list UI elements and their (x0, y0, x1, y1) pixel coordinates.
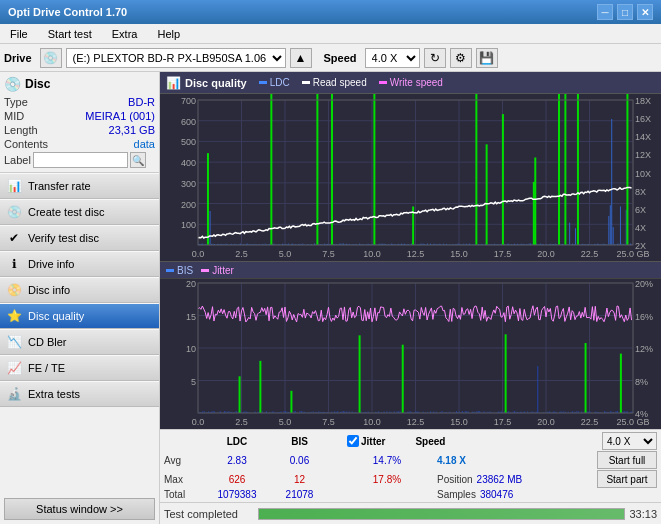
stats-total-samples: 380476 (480, 489, 513, 500)
nav-drive-info[interactable]: ℹ Drive info (0, 251, 159, 277)
cd-bler-icon: 📉 (6, 334, 22, 350)
drive-info-icon: ℹ (6, 256, 22, 272)
start-part-btn[interactable]: Start part (597, 470, 657, 488)
disc-label-row: Label 🔍 (4, 152, 155, 168)
start-full-btn[interactable]: Start full (597, 451, 657, 469)
legend-bis: BIS (166, 265, 193, 276)
disc-label-btn[interactable]: 🔍 (130, 152, 146, 168)
nav-fe-te[interactable]: 📈 FE / TE (0, 355, 159, 381)
eject-btn[interactable]: ▲ (290, 48, 312, 68)
disc-label-input[interactable] (33, 152, 128, 168)
top-chart-container (160, 94, 661, 261)
stats-avg-row: Avg 2.83 0.06 14.7% 4.18 X Start full (164, 451, 657, 469)
nav-disc-quality[interactable]: ⭐ Disc quality (0, 303, 159, 329)
nav-verify-test-disc[interactable]: ✔ Verify test disc (0, 225, 159, 251)
status-window-btn[interactable]: Status window >> (4, 498, 155, 520)
close-btn[interactable]: ✕ (637, 4, 653, 20)
disc-header: 💿 Disc (4, 76, 155, 92)
maximize-btn[interactable]: □ (617, 4, 633, 20)
legend-bis-dot (166, 269, 174, 272)
disc-mid-row: MID MEIRA1 (001) (4, 110, 155, 122)
stats-max-position: 23862 MB (477, 474, 523, 485)
legend-ldc-dot (259, 81, 267, 84)
jitter-checkbox[interactable] (347, 435, 359, 447)
menu-extra[interactable]: Extra (106, 27, 144, 41)
stats-bis-header: BIS (272, 436, 327, 447)
main-layout: 💿 Disc Type BD-R MID MEIRA1 (001) Length… (0, 72, 661, 524)
disc-contents-row: Contents data (4, 138, 155, 150)
legend-write-speed: Write speed (379, 77, 443, 88)
drive-select[interactable]: (E:) PLEXTOR BD-R PX-LB950SA 1.06 (66, 48, 286, 68)
refresh-btn[interactable]: ↻ (424, 48, 446, 68)
save-btn[interactable]: 💾 (476, 48, 498, 68)
speed-select[interactable]: 4.0 X (365, 48, 420, 68)
menu-start-test[interactable]: Start test (42, 27, 98, 41)
fe-te-icon: 📈 (6, 360, 22, 376)
app-title: Opti Drive Control 1.70 (8, 6, 127, 18)
disc-mid-label: MID (4, 110, 24, 122)
nav-cd-bler[interactable]: 📉 CD Bler (0, 329, 159, 355)
chart-area: 📊 Disc quality LDC Read speed Write spee… (160, 72, 661, 429)
drive-bar: Drive 💿 (E:) PLEXTOR BD-R PX-LB950SA 1.0… (0, 44, 661, 72)
disc-section: 💿 Disc Type BD-R MID MEIRA1 (001) Length… (0, 72, 159, 173)
drive-label: Drive (4, 52, 32, 64)
transfer-rate-icon: 📊 (6, 178, 22, 194)
stats-max-jitter: 17.8% (347, 474, 427, 485)
speed-label: Speed (324, 52, 357, 64)
menu-file[interactable]: File (4, 27, 34, 41)
top-chart-canvas (160, 94, 661, 261)
verify-test-disc-icon: ✔ (6, 230, 22, 246)
stats-total-ldc: 1079383 (202, 489, 272, 500)
legend-ldc: LDC (259, 77, 290, 88)
stats-header-row: LDC BIS Jitter Speed 4.0 X (164, 432, 657, 450)
stats-avg-jitter: 14.7% (347, 455, 427, 466)
stats-total-row: Total 1079383 21078 Samples 380476 (164, 489, 657, 500)
progress-fill (259, 509, 624, 519)
disc-length-label: Length (4, 124, 38, 136)
bottom-chart-canvas (160, 279, 661, 429)
bottom-chart-container (160, 279, 661, 429)
stats-total-label: Total (164, 489, 202, 500)
disc-length-value: 23,31 GB (109, 124, 155, 136)
create-test-disc-icon: 💿 (6, 204, 22, 220)
extra-tests-icon: 🔬 (6, 386, 22, 402)
disc-mid-value: MEIRA1 (001) (85, 110, 155, 122)
disc-icon: 💿 (4, 76, 21, 92)
stats-speed-header: Speed (415, 436, 445, 447)
stats-max-label: Max (164, 474, 202, 485)
nav-transfer-rate[interactable]: 📊 Transfer rate (0, 173, 159, 199)
window-controls: ─ □ ✕ (597, 4, 653, 20)
jitter-label: Jitter (361, 436, 385, 447)
chart-title: Disc quality (185, 77, 247, 89)
chart-icon: 📊 (166, 76, 181, 90)
options-btn[interactable]: ⚙ (450, 48, 472, 68)
disc-length-row: Length 23,31 GB (4, 124, 155, 136)
stats-avg-label: Avg (164, 455, 202, 466)
legend-jitter-dot (201, 269, 209, 272)
legend-read-speed-dot (302, 81, 310, 84)
time-label: 33:13 (629, 508, 657, 520)
stats-max-bis: 12 (272, 474, 327, 485)
stats-max-ldc: 626 (202, 474, 272, 485)
chart-legend-top: LDC Read speed Write speed (259, 77, 443, 88)
jitter-checkbox-group: Jitter (347, 435, 385, 447)
position-label: Position (437, 474, 473, 485)
menu-help[interactable]: Help (151, 27, 186, 41)
minimize-btn[interactable]: ─ (597, 4, 613, 20)
drive-icon[interactable]: 💿 (40, 48, 62, 68)
legend-read-speed: Read speed (302, 77, 367, 88)
nav-disc-info[interactable]: 📀 Disc info (0, 277, 159, 303)
nav-create-test-disc[interactable]: 💿 Create test disc (0, 199, 159, 225)
disc-contents-value: data (134, 138, 155, 150)
stats-ldc-header: LDC (202, 436, 272, 447)
disc-type-label: Type (4, 96, 28, 108)
disc-info-icon: 📀 (6, 282, 22, 298)
right-panel: 📊 Disc quality LDC Read speed Write spee… (160, 72, 661, 524)
stats-area: LDC BIS Jitter Speed 4.0 X Avg 2.83 0.06 (160, 429, 661, 502)
stats-avg-ldc: 2.83 (202, 455, 272, 466)
stats-total-bis: 21078 (272, 489, 327, 500)
chart-header: 📊 Disc quality LDC Read speed Write spee… (160, 72, 661, 94)
status-text: Test completed (164, 508, 254, 520)
speed-4x-select[interactable]: 4.0 X (602, 432, 657, 450)
nav-extra-tests[interactable]: 🔬 Extra tests (0, 381, 159, 407)
